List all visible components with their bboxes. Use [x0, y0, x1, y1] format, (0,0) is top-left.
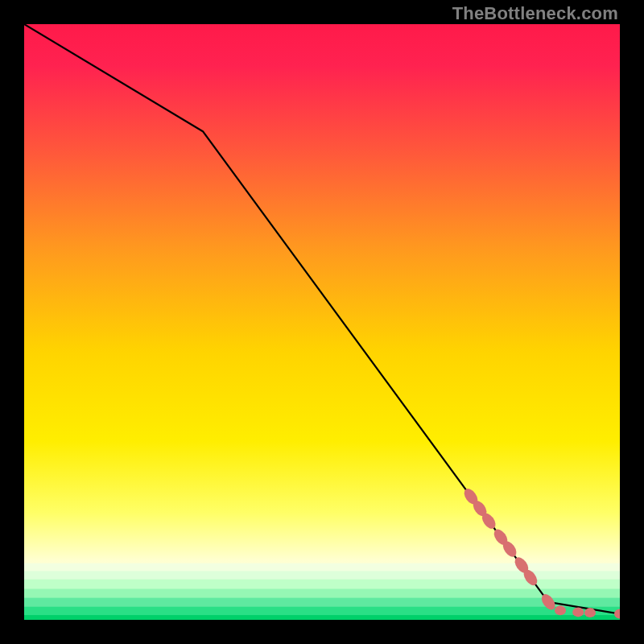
svg-point-16: [555, 605, 566, 615]
svg-rect-6: [24, 607, 620, 616]
svg-rect-4: [24, 589, 620, 599]
svg-point-17: [572, 607, 584, 617]
outer-frame: TheBottleneck.com: [0, 0, 644, 644]
svg-rect-5: [24, 598, 620, 608]
svg-rect-1: [24, 564, 620, 572]
svg-rect-0: [24, 24, 620, 620]
plot-area: [24, 24, 620, 620]
attribution-text: TheBottleneck.com: [452, 3, 618, 24]
svg-rect-7: [24, 615, 620, 620]
svg-point-18: [584, 608, 596, 617]
chart-canvas: [24, 24, 620, 620]
